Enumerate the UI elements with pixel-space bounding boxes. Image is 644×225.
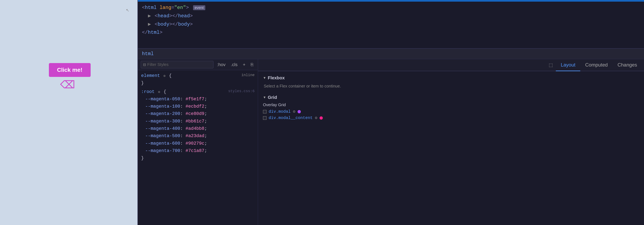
overlay-grid-label: Overlay Grid [263,103,639,107]
element-selector[interactable]: element [141,73,160,78]
modal-gear-icon[interactable]: ⚙ [293,110,296,114]
breadcrumb-bar: html [138,48,644,59]
modal-content-overlay-checkbox[interactable] [263,116,266,120]
layout-tabs: ⬚ Layout Computed Changes [258,59,644,71]
inline-label: inline [241,72,254,78]
html-line-4[interactable]: </html> [142,28,640,37]
devtools-panel: <html lang="en"> event ▶ <head> ​ </head… [138,0,644,225]
grid-section: ▼ Grid Overlay Grid div.modal ⚙ div.moda… [263,95,639,120]
css-property-magenta-500: --magenta-500: #a23dad; [141,132,254,140]
flexbox-arrow-icon: ▼ [263,76,266,80]
css-property-magenta-200: --magenta-200: #ce80d9; [141,110,254,118]
root-rule: :root ⚙ { styles.css:6 --magenta-050: #f… [141,88,254,162]
layout-content: ▼ Flexbox Select a Flex container or ite… [258,71,644,225]
styles-toolbar: ⊟ Filter Styles :hov .cls + ⎘ [138,59,258,70]
grid-overlay-item-modal-content: div.modal__content ⚙ [263,116,639,120]
html-line-1[interactable]: <html lang="en"> event [142,4,640,12]
modal-overlay-checkbox[interactable] [263,110,266,114]
root-selector[interactable]: :root [141,89,154,94]
webpage-preview: ↖ Click me! ⌫ [0,0,138,225]
flexbox-section-header[interactable]: ▼ Flexbox [263,75,639,81]
add-style-button[interactable]: + [241,61,247,68]
html-tree: <html lang="en"> event ▶ <head> ​ </head… [138,2,644,48]
filter-icon: ⊟ [143,62,146,67]
grid-title: Grid [268,95,277,100]
click-me-button[interactable]: Click me! [49,63,91,77]
rule-source: styles.css:6 [228,88,254,94]
css-property-magenta-100: --magenta-100: #ecbdf2; [141,103,254,110]
html-line-3[interactable]: ▶ <body> ​ </body> [142,20,640,29]
flexbox-desc: Select a Flex container or item to conti… [263,83,639,89]
layout-tab-icons: ⬚ [546,59,556,71]
filter-placeholder: Filter Styles [147,62,168,67]
event-badge: event [193,5,205,10]
tab-changes[interactable]: Changes [613,59,642,71]
layout-panel: ⬚ Layout Computed Changes ▼ Flexbox Sele… [258,59,644,225]
css-property-magenta-300: --magenta-300: #bb61c7; [141,118,254,125]
styles-panel: ⊟ Filter Styles :hov .cls + ⎘ element ⚙ … [138,59,258,225]
cursor-pointer-icon: ⌫ [60,79,75,90]
css-property-magenta-400: --magenta-400: #ad4bb8; [141,125,254,132]
grid-overlay-item-modal: div.modal ⚙ [263,109,639,114]
element-gear-icon[interactable]: ⚙ [164,74,166,78]
cls-button[interactable]: .cls [229,61,239,68]
dock-icon-button[interactable]: ⬚ [548,62,554,69]
tab-computed[interactable]: Computed [580,59,613,71]
element-rule: element ⚙ { inline } [141,72,254,87]
grid-section-header[interactable]: ▼ Grid [263,95,639,100]
modal-content-gear-icon[interactable]: ⚙ [315,116,318,120]
html-line-2[interactable]: ▶ <head> ​ </head> [142,12,640,20]
cursor-arrow-icon: ↖ [126,8,129,13]
hov-button[interactable]: :hov [216,61,227,68]
breadcrumb-html[interactable]: html [142,51,154,56]
modal-content-grid-name[interactable]: div.modal__content [269,116,313,120]
devtools-bottom: ⊟ Filter Styles :hov .cls + ⎘ element ⚙ … [138,59,644,225]
css-property-magenta-600: --magenta-600: #90279c; [141,140,254,147]
copy-style-button[interactable]: ⎘ [249,61,255,68]
filter-styles-input[interactable]: ⊟ Filter Styles [141,61,214,68]
devtools-top-bar [138,0,644,2]
tab-layout[interactable]: Layout [556,59,580,71]
css-property-magenta-700: --magenta-700: #7c1a87; [141,147,254,155]
flexbox-title: Flexbox [268,75,285,81]
modal-color-dot [298,110,301,113]
css-property-magenta-050: --magenta-050: #f5e1f7; [141,96,254,103]
modal-grid-name[interactable]: div.modal [269,109,291,114]
styles-content: element ⚙ { inline } :root ⚙ { styles.cs… [138,70,258,225]
modal-content-color-dot [320,116,323,120]
grid-arrow-icon: ▼ [263,96,266,99]
root-gear-icon[interactable]: ⚙ [158,90,160,94]
flexbox-section: ▼ Flexbox Select a Flex container or ite… [263,75,639,89]
